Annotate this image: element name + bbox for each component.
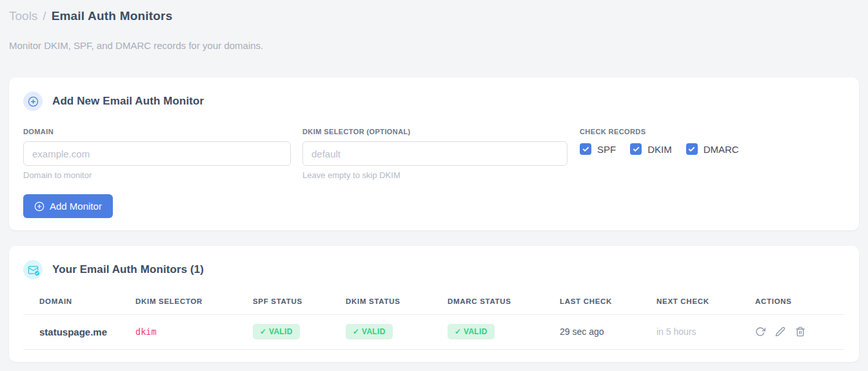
spf-status-badge: ✓ VALID [253,324,300,339]
column-header-dmarc-status: DMARC STATUS [448,292,560,315]
monitors-list-card: Your Email Auth Monitors (1) DOMAIN DKIM… [9,246,859,362]
monitors-table: DOMAIN DKIM SELECTOR SPF STATUS DKIM STA… [23,292,845,350]
checkbox-spf[interactable]: SPF [580,143,616,155]
monitor-next-check: in 5 hours [656,315,755,350]
add-monitor-form: DOMAIN Domain to monitor DKIM SELECTOR (… [23,128,845,180]
checkbox-checked-icon[interactable] [580,143,591,155]
page-subtitle: Monitor DKIM, SPF, and DMARC records for… [9,40,858,51]
row-actions [755,326,845,337]
domain-field-helper: Domain to monitor [23,170,291,180]
monitors-card-title: Your Email Auth Monitors (1) [52,263,204,276]
page-title: Email Auth Monitors [52,9,173,23]
breadcrumb: Tools / Email Auth Monitors [9,9,858,23]
domain-field-label: DOMAIN [23,128,291,135]
column-header-last-check: LAST CHECK [560,292,656,315]
column-header-dkim-status: DKIM STATUS [346,292,448,315]
circle-plus-icon [34,201,44,212]
checkbox-dmarc[interactable]: DMARC [686,143,739,155]
dkim-selector-field-group: DKIM SELECTOR (OPTIONAL) Leave empty to … [302,128,567,180]
column-header-domain: DOMAIN [23,292,135,315]
monitor-domain: statuspage.me [23,315,135,350]
add-monitor-button[interactable]: Add Monitor [23,194,113,218]
checkbox-dmarc-label: DMARC [704,144,739,155]
add-monitor-button-label: Add Monitor [50,201,102,212]
breadcrumb-separator: / [43,9,46,23]
checkbox-dkim-label: DKIM [647,144,672,155]
add-monitor-card: Add New Email Auth Monitor DOMAIN Domain… [9,77,859,230]
dkim-status-badge: ✓ VALID [346,324,393,339]
page-header: Tools / Email Auth Monitors Monitor DKIM… [0,0,868,51]
column-header-spf-status: SPF STATUS [253,292,346,315]
dmarc-status-badge: ✓ VALID [448,324,495,339]
monitor-dkim-selector: dkim [135,315,253,350]
trash-icon[interactable] [795,326,805,337]
edit-pencil-icon[interactable] [775,326,785,337]
breadcrumb-tools-link[interactable]: Tools [9,9,37,23]
domain-field-group: DOMAIN Domain to monitor [23,128,291,180]
check-records-label: CHECK RECORDS [580,128,739,135]
checkbox-checked-icon[interactable] [630,143,642,155]
monitor-last-check: 29 sec ago [560,315,656,350]
monitors-card-header: Your Email Auth Monitors (1) [23,260,845,279]
dkim-selector-input[interactable] [302,141,567,166]
dkim-selector-field-helper: Leave empty to skip DKIM [302,170,567,180]
column-header-actions: ACTIONS [755,292,845,315]
add-monitor-card-header: Add New Email Auth Monitor [23,92,845,111]
column-header-next-check: NEXT CHECK [656,292,755,315]
table-row: statuspage.me dkim ✓ VALID ✓ VALID ✓ VAL… [23,315,845,350]
column-header-dkim-selector: DKIM SELECTOR [135,292,253,315]
mail-check-icon [23,260,43,279]
table-header-row: DOMAIN DKIM SELECTOR SPF STATUS DKIM STA… [23,292,845,315]
check-records-row: SPF DKIM DMARC [580,143,739,155]
check-records-group: CHECK RECORDS SPF DKIM [580,128,739,180]
domain-input[interactable] [23,141,291,166]
checkbox-checked-icon[interactable] [686,143,698,155]
check-dot-icon [34,270,40,276]
refresh-icon[interactable] [755,326,765,337]
checkbox-spf-label: SPF [597,144,616,155]
add-monitor-card-title: Add New Email Auth Monitor [52,95,204,108]
dkim-selector-field-label: DKIM SELECTOR (OPTIONAL) [302,128,567,135]
circle-plus-icon [23,92,43,111]
checkbox-dkim[interactable]: DKIM [630,143,672,155]
